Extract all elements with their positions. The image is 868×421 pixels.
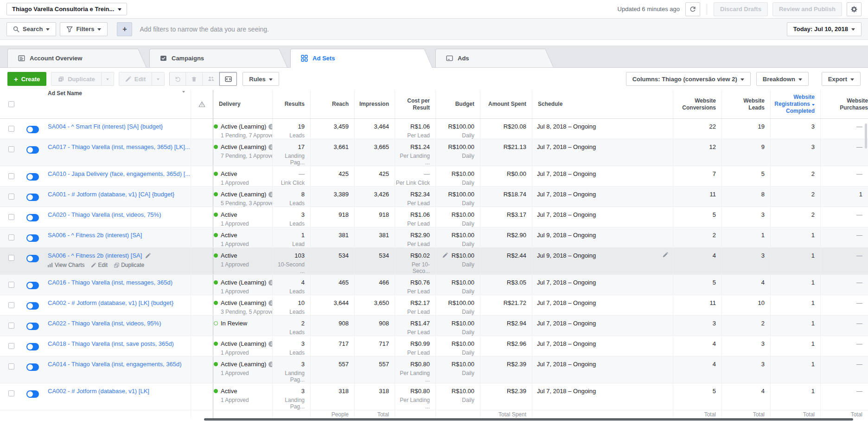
ad-set-status-toggle[interactable] bbox=[26, 173, 39, 181]
column-header-reach[interactable]: Reach bbox=[311, 90, 355, 118]
ad-set-name-link[interactable]: CA018 - Thiago Varella (inst, save posts… bbox=[48, 340, 174, 347]
info-icon[interactable] bbox=[268, 144, 273, 150]
ad-set-name-link[interactable]: CA002 - # Jotform (database, v1) [LK] bbox=[48, 388, 149, 395]
account-menu-button[interactable]: Thiago Varella Consultoria e Trein... bbox=[6, 3, 127, 15]
table-row[interactable]: CA016 - Thiago Varella (inst, messages, … bbox=[0, 275, 868, 295]
column-header-amount-spent[interactable]: Amount Spent bbox=[480, 90, 532, 118]
revert-button[interactable] bbox=[169, 72, 186, 86]
table-row[interactable]: CA018 - Thiago Varella (inst, save posts… bbox=[0, 336, 868, 356]
table-row[interactable]: CA010 - Japa Delivery (face, engagements… bbox=[0, 166, 868, 187]
column-header-website-registrations-completed[interactable]: Website Registrations Completed bbox=[771, 90, 821, 118]
tab-ads[interactable]: Ads bbox=[435, 49, 554, 67]
ad-set-name-link[interactable]: CA014 - Thiago Varella (inst, engagement… bbox=[48, 361, 182, 368]
ad-set-status-toggle[interactable] bbox=[26, 194, 39, 201]
ad-set-name-link[interactable]: CA016 - Thiago Varella (inst, messages, … bbox=[48, 279, 172, 286]
settings-button[interactable] bbox=[847, 2, 862, 16]
ad-set-status-toggle[interactable] bbox=[26, 234, 39, 242]
edit-schedule-pencil-icon[interactable] bbox=[663, 252, 668, 258]
ad-set-name-link[interactable]: SA004 - ^ Smart Fit (interest) [SA] {bud… bbox=[48, 123, 163, 130]
tab-ad-sets[interactable]: Ad Sets bbox=[290, 49, 433, 68]
column-header-issues[interactable] bbox=[191, 90, 213, 118]
column-header-impression[interactable]: Impression bbox=[355, 90, 395, 118]
ad-set-name-link[interactable]: SA006 - ^ Fitness 2b (interest) [SA] bbox=[48, 232, 142, 239]
info-icon[interactable] bbox=[268, 280, 273, 285]
duplicate-dropdown-button[interactable] bbox=[102, 72, 114, 86]
column-header-ad-set-name[interactable]: Ad Set Name bbox=[42, 90, 191, 118]
edit-action[interactable]: Edit bbox=[91, 262, 108, 268]
table-row[interactable]: SA006 - ^ Fitness 2b (interest) [SA] Act… bbox=[0, 227, 868, 248]
tab-campaigns[interactable]: Campaigns bbox=[149, 49, 287, 67]
row-checkbox[interactable] bbox=[8, 363, 14, 369]
row-checkbox[interactable] bbox=[8, 302, 14, 308]
column-header-delivery[interactable]: Delivery bbox=[213, 90, 273, 118]
duplicate-button[interactable]: Duplicate bbox=[51, 72, 102, 86]
ad-set-status-toggle[interactable] bbox=[26, 323, 39, 330]
filters-button[interactable]: Filters bbox=[60, 22, 108, 36]
refresh-button[interactable] bbox=[685, 2, 700, 16]
info-icon[interactable] bbox=[268, 341, 273, 347]
date-range-button[interactable]: Today: Jul 10, 2018 bbox=[787, 22, 862, 36]
vertical-scrollbar-thumb[interactable] bbox=[865, 123, 867, 149]
row-checkbox[interactable] bbox=[8, 234, 14, 240]
ad-set-status-toggle[interactable] bbox=[26, 126, 39, 133]
table-row[interactable]: CA002 - # Jotform (database, v1) [LK] {b… bbox=[0, 295, 868, 316]
add-filter-button[interactable]: + bbox=[117, 22, 132, 36]
column-header-results[interactable]: Results bbox=[273, 90, 311, 118]
row-checkbox[interactable] bbox=[8, 390, 14, 396]
info-icon[interactable] bbox=[268, 300, 273, 306]
export-button[interactable]: Export bbox=[822, 72, 861, 86]
row-checkbox[interactable] bbox=[8, 323, 14, 329]
tab-account-overview[interactable]: Account Overview bbox=[7, 49, 147, 67]
table-row[interactable]: CA001 - # Jotform (database, v1) [CA] {b… bbox=[0, 187, 868, 207]
column-header-website-purchases[interactable]: Website Purchases bbox=[821, 90, 868, 118]
column-header-schedule[interactable]: Schedule bbox=[532, 90, 673, 118]
ad-set-status-toggle[interactable] bbox=[26, 214, 39, 221]
ad-set-name-link[interactable]: CA020 - Thiago Varella (inst, videos, 75… bbox=[48, 211, 161, 218]
column-header-budget[interactable]: Budget bbox=[436, 90, 480, 118]
edit-dropdown-button[interactable] bbox=[152, 72, 165, 86]
row-checkbox[interactable] bbox=[8, 255, 14, 261]
split-test-button[interactable] bbox=[203, 72, 219, 86]
table-row[interactable]: CA017 - Thiago Varella (inst, messages, … bbox=[0, 139, 868, 166]
horizontal-scrollbar-thumb[interactable] bbox=[204, 418, 853, 421]
column-header-website-conversions[interactable]: Website Conversions bbox=[673, 90, 722, 118]
ad-set-status-toggle[interactable] bbox=[26, 255, 39, 262]
ad-set-status-toggle[interactable] bbox=[26, 146, 39, 154]
campaign-view-toggle-button[interactable] bbox=[219, 72, 237, 86]
info-icon[interactable] bbox=[268, 124, 273, 130]
select-all-checkbox[interactable] bbox=[8, 101, 14, 107]
ad-set-status-toggle[interactable] bbox=[26, 282, 39, 289]
column-header-cost-per-result[interactable]: Cost per Result bbox=[395, 90, 436, 118]
column-header-website-leads[interactable]: Website Leads bbox=[722, 90, 771, 118]
create-button[interactable]: + Create bbox=[7, 72, 46, 86]
search-button[interactable]: Search bbox=[6, 22, 56, 36]
edit-name-pencil-icon[interactable] bbox=[145, 253, 151, 259]
info-icon[interactable] bbox=[268, 362, 273, 367]
table-row[interactable]: CA020 - Thiago Varella (inst, videos, 75… bbox=[0, 207, 868, 227]
ad-set-status-toggle[interactable] bbox=[26, 363, 39, 371]
ad-set-name-link[interactable]: CA001 - # Jotform (database, v1) [CA] {b… bbox=[48, 191, 174, 198]
ad-set-status-toggle[interactable] bbox=[26, 302, 39, 310]
info-icon[interactable] bbox=[268, 192, 273, 197]
table-row[interactable]: SA004 - ^ Smart Fit (interest) [SA] {bud… bbox=[0, 119, 868, 139]
ad-set-status-toggle[interactable] bbox=[26, 343, 39, 350]
view-charts-action[interactable]: View Charts bbox=[48, 262, 84, 268]
filter-placeholder[interactable]: Add filters to narrow the data you are s… bbox=[140, 26, 786, 33]
row-checkbox[interactable] bbox=[8, 194, 14, 200]
ad-set-status-toggle[interactable] bbox=[26, 390, 39, 398]
row-checkbox[interactable] bbox=[8, 282, 14, 288]
ad-set-name-link[interactable]: CA010 - Japa Delivery (face, engagements… bbox=[48, 170, 190, 177]
duplicate-action[interactable]: Duplicate bbox=[114, 262, 144, 268]
breakdown-button[interactable]: Breakdown bbox=[756, 72, 809, 86]
ad-set-name-link[interactable]: SA006 - ^ Fitness 2b (interest) [SA] bbox=[48, 252, 142, 259]
row-checkbox[interactable] bbox=[8, 146, 14, 152]
table-row[interactable]: CA022 - Thiago Varella (inst, videos, 95… bbox=[0, 316, 868, 336]
sort-caret-icon[interactable] bbox=[182, 91, 185, 93]
ad-set-name-link[interactable]: CA022 - Thiago Varella (inst, videos, 95… bbox=[48, 320, 161, 327]
discard-drafts-button[interactable]: Discard Drafts bbox=[714, 2, 768, 16]
columns-button[interactable]: Columns: Thiago (conversão view 2) bbox=[626, 72, 751, 86]
delete-button[interactable] bbox=[186, 72, 203, 86]
row-checkbox[interactable] bbox=[8, 173, 14, 179]
row-checkbox[interactable] bbox=[8, 214, 14, 220]
ad-set-name-link[interactable]: CA017 - Thiago Varella (inst, messages, … bbox=[48, 143, 190, 150]
